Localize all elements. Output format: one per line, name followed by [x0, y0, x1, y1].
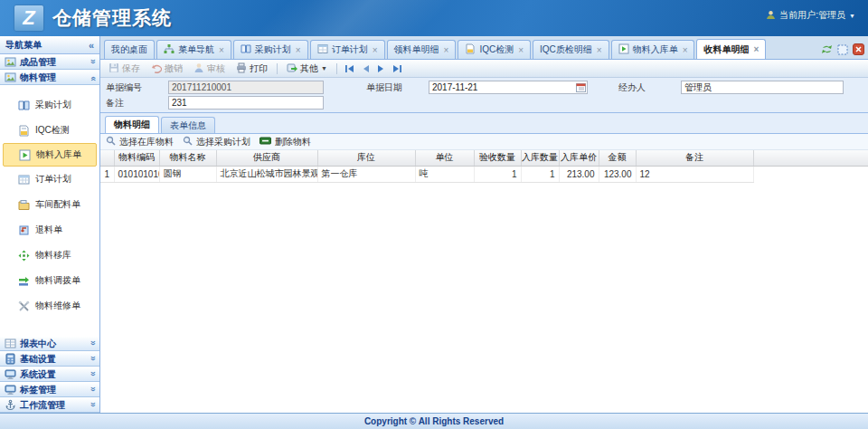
table-row[interactable]: 1 0101010106 圆钢 北京近山松城市园林景观工程有限公司 第一仓库 吨…: [100, 166, 868, 182]
sidebar-item-label: 物料移库: [35, 249, 71, 262]
delete-material-button[interactable]: 删除物料: [259, 136, 311, 148]
app-header: Z 仓储管理系统 当前用户:管理员 ▼: [0, 0, 868, 36]
other-label: 其他: [300, 62, 318, 75]
close-tab-icon[interactable]: ×: [683, 45, 688, 55]
sidebar-item-purchase-plan[interactable]: 采购计划: [3, 92, 97, 118]
tab-material-inbound[interactable]: 物料入库单 ×: [611, 40, 695, 59]
select-stock-material-button[interactable]: 选择在库物料: [106, 136, 174, 148]
sidebar-section-label: 系统设置: [20, 368, 88, 381]
close-tab-icon[interactable]: ×: [219, 45, 224, 55]
sidebar-item-material-repair[interactable]: 物料维修单: [3, 293, 97, 319]
other-menu-button[interactable]: 其他 ▼: [282, 62, 332, 76]
caret-down-icon: ▼: [849, 13, 855, 19]
sidebar-item-label: 退料单: [35, 224, 62, 236]
column-header[interactable]: 单位: [415, 150, 474, 166]
tab-label: IQC质检明细: [540, 43, 592, 56]
sidebar-section-report-center[interactable]: 报表中心 «: [0, 336, 99, 351]
maximize-icon[interactable]: [837, 44, 848, 55]
sidebar-item-material-inbound[interactable]: 物料入库单: [3, 143, 97, 167]
amount-cell: 123.00: [599, 166, 636, 182]
sidebar-section-label: 工作流管理: [20, 399, 88, 412]
close-tab-icon[interactable]: ×: [444, 45, 449, 55]
toolbar-separator: [336, 63, 337, 74]
sidebar-section-finished-goods[interactable]: 成品管理 «: [0, 54, 99, 70]
other-icon: [287, 62, 297, 75]
chevron-double-down-icon: «: [89, 388, 98, 392]
doc-no-field[interactable]: [168, 81, 324, 94]
last-record-button[interactable]: [390, 63, 405, 74]
next-record-button[interactable]: [374, 63, 388, 74]
main-panel: 我的桌面 菜单导航 × 采购计划 × 订单计划 ×: [100, 36, 868, 413]
close-tab-icon[interactable]: ×: [296, 45, 301, 55]
sidebar-item-label: IQC检测: [35, 124, 70, 137]
tab-iqc-inspect[interactable]: IQC检测 ×: [458, 40, 531, 59]
tab-order-plan[interactable]: 订单计划 ×: [310, 40, 385, 59]
print-button[interactable]: 打印: [231, 62, 272, 76]
doc-date-label: 单据日期: [361, 81, 429, 94]
close-panel-icon[interactable]: [853, 43, 864, 55]
sidebar-item-workshop-batching[interactable]: 车间配料单: [3, 192, 97, 217]
column-header[interactable]: 入库数量: [521, 150, 559, 166]
tab-label: 订单计划: [332, 43, 368, 56]
user-menu[interactable]: 当前用户:管理员 ▼: [766, 9, 855, 22]
column-header[interactable]: 物料名称: [159, 150, 216, 166]
sidebar-item-label: 物料入库单: [36, 148, 81, 161]
first-record-button[interactable]: [342, 63, 357, 74]
collapse-sidebar-button[interactable]: «: [89, 40, 94, 51]
record-toolbar: 保存 撤销 审核 打印 其他 ▼: [100, 60, 868, 78]
sidebar-section-system-settings[interactable]: 系统设置 «: [0, 367, 99, 382]
save-button[interactable]: 保存: [104, 62, 145, 76]
close-tab-icon[interactable]: ×: [518, 45, 524, 55]
calendar-icon[interactable]: [576, 82, 586, 92]
remark-field[interactable]: [168, 96, 324, 110]
close-tab-icon[interactable]: ×: [597, 45, 602, 55]
sidebar-item-material-return[interactable]: 退料单: [3, 217, 97, 243]
refresh-icon[interactable]: [821, 44, 833, 54]
tab-iqc-quality-detail[interactable]: IQC质检明细 ×: [533, 40, 609, 59]
column-header[interactable]: 物料编码: [114, 150, 159, 166]
prev-record-button[interactable]: [359, 63, 373, 74]
column-header[interactable]: 金额: [599, 150, 636, 166]
row-filler: [753, 166, 868, 182]
column-header[interactable]: 库位: [317, 150, 415, 166]
column-header[interactable]: 验收数量: [474, 150, 521, 166]
sidebar-header: 导航菜单 «: [0, 36, 99, 54]
undo-label: 撤销: [165, 62, 183, 75]
tab-receipt-detail[interactable]: 收料单明细 ×: [696, 39, 766, 59]
tab-purchase-plan[interactable]: 采购计划 ×: [233, 40, 308, 59]
move-arrows-icon: [18, 250, 30, 262]
sidebar-item-order-plan[interactable]: 订单计划: [3, 167, 97, 192]
tab-picking-detail[interactable]: 领料单明细 ×: [387, 40, 457, 59]
sidebar-section-material[interactable]: 物料管理 «: [0, 70, 99, 85]
close-tab-icon[interactable]: ×: [373, 45, 378, 55]
select-purchase-plan-button[interactable]: 选择采购计划: [183, 136, 250, 148]
column-header[interactable]: 供应商: [216, 150, 317, 166]
column-header[interactable]: 备注: [636, 150, 753, 166]
sidebar-item-material-transfer[interactable]: 物料调拨单: [3, 268, 97, 293]
chevron-double-down-icon: «: [89, 61, 98, 64]
tab-material-detail[interactable]: 物料明细: [105, 116, 159, 133]
sidebar-item-material-move[interactable]: 物料移库: [3, 243, 97, 268]
tab-form-info[interactable]: 表单信息: [161, 117, 215, 133]
close-tab-icon[interactable]: ×: [753, 44, 759, 54]
print-label: 打印: [250, 62, 268, 75]
sidebar-section-label-mgmt[interactable]: 标签管理 «: [0, 382, 99, 397]
user-icon: [766, 10, 776, 22]
grid-header-row: 物料编码 物料名称 供应商 库位 单位 验收数量 入库数量 入库单价 金额 备注: [100, 150, 868, 166]
sidebar-item-iqc-inspect[interactable]: IQC检测: [3, 118, 97, 143]
report-table-icon: [5, 338, 16, 349]
undo-button[interactable]: 撤销: [146, 62, 187, 76]
tab-label: 收料单明细: [703, 43, 749, 56]
tab-my-desktop[interactable]: 我的桌面: [104, 40, 155, 59]
sidebar-section-workflow[interactable]: 工作流管理 «: [0, 397, 99, 413]
delete-minus-icon: [259, 137, 271, 147]
doc-no-label: 单据编号: [100, 81, 168, 94]
operator-field[interactable]: [681, 81, 844, 94]
sidebar: 导航菜单 « 成品管理 « 物料管理 « 采购计划 IQ: [0, 36, 100, 413]
audit-button[interactable]: 审核: [189, 62, 230, 76]
column-header[interactable]: 入库单价: [559, 150, 599, 166]
sidebar-section-basic-settings[interactable]: 基础设置 «: [0, 351, 99, 367]
sidebar-item-label: 物料维修单: [35, 300, 80, 312]
doc-date-field[interactable]: [429, 81, 588, 94]
tab-menu-nav[interactable]: 菜单导航 ×: [156, 40, 231, 59]
